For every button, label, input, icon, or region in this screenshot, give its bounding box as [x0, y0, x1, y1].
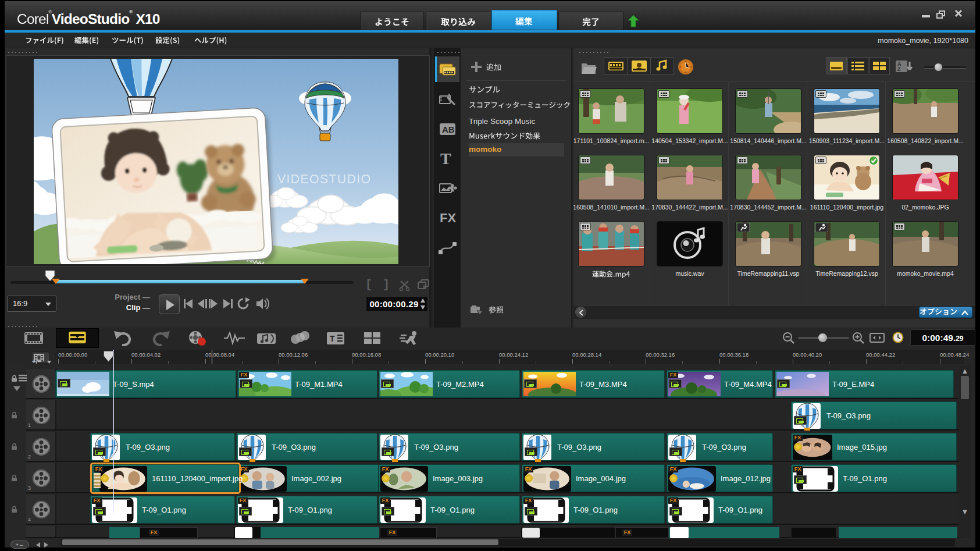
svg-text:FX: FX: [440, 211, 456, 225]
svg-text:AB: AB: [442, 125, 455, 134]
svg-text:VIDEOSTUDIO: VIDEOSTUDIO: [277, 172, 371, 186]
svg-text:T: T: [330, 334, 335, 343]
svg-text:Z: Z: [897, 66, 901, 72]
svg-text:T: T: [440, 150, 451, 168]
